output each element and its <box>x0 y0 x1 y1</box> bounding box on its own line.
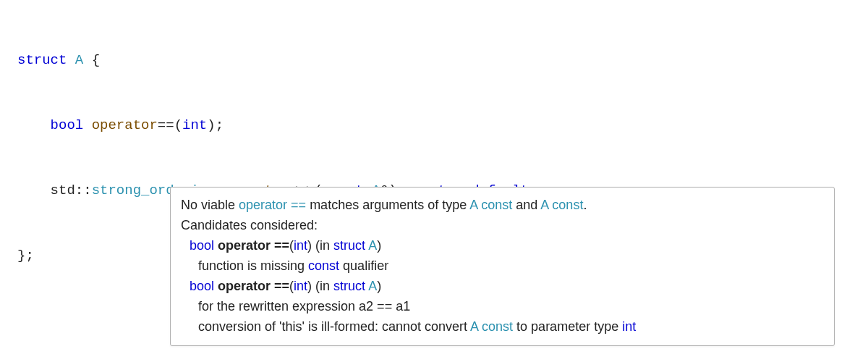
tooltip-headline: No viable operator == matches arguments … <box>181 195 824 215</box>
type-int: int <box>182 117 207 133</box>
keyword-struct: struct <box>17 52 67 68</box>
tooltip-reason: function is missing const qualifier <box>181 256 824 276</box>
tooltip-subhead: Candidates considered: <box>181 215 824 235</box>
function-operator: operator <box>92 117 158 133</box>
tooltip-reason: for the rewritten expression a2 == a1 <box>181 296 824 316</box>
type-A: A <box>75 52 83 68</box>
error-tooltip: No viable operator == matches arguments … <box>170 187 835 346</box>
code-editor[interactable]: struct A { bool operator==(int); std::st… <box>0 0 868 362</box>
keyword-bool: bool <box>51 117 84 133</box>
namespace-std: std <box>51 182 75 198</box>
code-line: struct A { <box>17 49 868 71</box>
code-line: bool operator==(int); <box>17 114 868 136</box>
tooltip-candidate: bool operator ==(int) (in struct A) <box>181 235 824 256</box>
tooltip-candidate: bool operator ==(int) (in struct A) <box>181 276 824 296</box>
tooltip-reason: conversion of 'this' is ill-formed: cann… <box>181 316 824 337</box>
